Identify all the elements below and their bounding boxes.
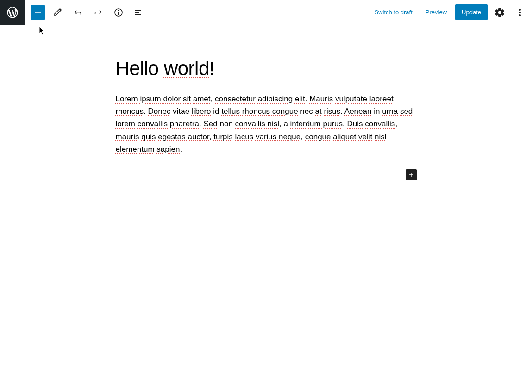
toggle-block-inserter-button[interactable] [31, 5, 45, 20]
post-content: Hello world! Lorem ipsum dolor sit amet,… [116, 57, 417, 156]
editor-top-bar: Switch to draft Preview Update [0, 0, 532, 25]
settings-button[interactable] [491, 4, 508, 21]
pencil-icon [52, 7, 63, 18]
switch-to-draft-button[interactable]: Switch to draft [369, 5, 417, 19]
update-button[interactable]: Update [455, 4, 488, 20]
preview-button[interactable]: Preview [421, 5, 451, 19]
details-button[interactable] [110, 4, 127, 21]
list-view-button[interactable] [131, 4, 147, 21]
add-block-button[interactable] [406, 169, 417, 180]
gear-icon [494, 7, 505, 18]
redo-button[interactable] [90, 4, 106, 21]
undo-icon [72, 7, 83, 18]
editor-canvas: Hello world! Lorem ipsum dolor sit amet,… [0, 25, 532, 156]
tools-button[interactable] [49, 4, 66, 21]
wordpress-logo[interactable] [0, 0, 25, 25]
plus-icon [32, 7, 44, 18]
undo-button[interactable] [69, 4, 86, 21]
post-title[interactable]: Hello world! [116, 57, 417, 80]
post-paragraph[interactable]: Lorem ipsum dolor sit amet, consectetur … [116, 93, 417, 156]
plus-icon [407, 170, 416, 180]
info-icon [113, 7, 124, 18]
wordpress-icon [6, 6, 19, 19]
more-vertical-icon [514, 7, 526, 18]
redo-icon [93, 7, 104, 18]
options-button[interactable] [512, 4, 528, 21]
toolbar-right: Switch to draft Preview Update [369, 4, 532, 21]
outline-icon [133, 7, 144, 18]
toolbar-left [25, 4, 147, 21]
